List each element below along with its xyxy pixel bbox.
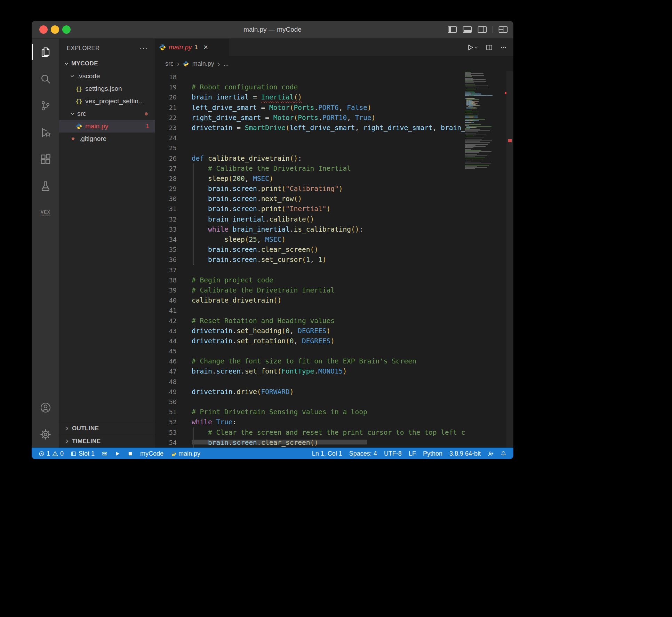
- customize-layout[interactable]: [498, 26, 508, 33]
- status-project-name[interactable]: myCode: [137, 448, 167, 459]
- code-line-38[interactable]: 38# Begin project code: [155, 275, 465, 285]
- status-eol[interactable]: LF: [405, 448, 419, 459]
- status-active-file[interactable]: main.py: [167, 448, 204, 459]
- code-line-52[interactable]: 52while True:: [155, 417, 465, 427]
- code-line-25[interactable]: 25: [155, 143, 465, 153]
- toggle-panel[interactable]: [463, 26, 472, 33]
- activity-vex[interactable]: VEXROBOTICS: [32, 199, 59, 226]
- line-number[interactable]: 36: [155, 255, 177, 265]
- code-line-44[interactable]: 44drivetrain.set_rotation(0, DEGREES): [155, 336, 465, 346]
- code-line-24[interactable]: 24: [155, 133, 465, 143]
- line-number[interactable]: 40: [155, 295, 177, 305]
- minimap[interactable]: [465, 72, 506, 170]
- code-line-20[interactable]: 20brain_inertial = Inertial(): [155, 92, 465, 102]
- code-line-50[interactable]: 50: [155, 397, 465, 407]
- editor-action-run-python-file[interactable]: [466, 44, 479, 51]
- code-line-21[interactable]: 21left_drive_smart = Motor(Ports.PORT6, …: [155, 103, 465, 113]
- toggle-primary-sidebar[interactable]: [448, 26, 457, 33]
- code-line-46[interactable]: 46# Change the font size to fit on the E…: [155, 356, 465, 366]
- code-line-39[interactable]: 39# Calibrate the Drivetrain Inertial: [155, 285, 465, 295]
- tab-main-py[interactable]: main.py 1 ×: [155, 39, 229, 56]
- line-number[interactable]: 52: [155, 417, 177, 427]
- code-line-37[interactable]: 37: [155, 265, 465, 275]
- breadcrumb-src[interactable]: src: [165, 60, 174, 67]
- breadcrumb-more[interactable]: ...: [223, 60, 229, 67]
- status-vex-brain[interactable]: [98, 448, 111, 459]
- code-line-26[interactable]: 26def calibrate_drivetrain():: [155, 153, 465, 163]
- code-line-34[interactable]: 34 sleep(25, MSEC): [155, 234, 465, 245]
- activity-source-control[interactable]: [32, 92, 59, 119]
- line-number[interactable]: 26: [155, 153, 177, 163]
- minimize-button[interactable]: [51, 25, 59, 34]
- status-language[interactable]: Python: [419, 448, 446, 459]
- line-number[interactable]: 29: [155, 184, 177, 194]
- line-number[interactable]: 51: [155, 407, 177, 417]
- zoom-button[interactable]: [62, 25, 71, 34]
- tree-item-file-settings-json[interactable]: {}settings.json: [59, 82, 155, 95]
- code-line-27[interactable]: 27 # Calibrate the Drivetrain Inertial: [155, 163, 465, 174]
- line-number[interactable]: 54: [155, 438, 177, 448]
- line-number[interactable]: 20: [155, 92, 177, 102]
- status-problems[interactable]: 10: [35, 448, 67, 459]
- outline-section[interactable]: OUTLINE: [59, 422, 155, 435]
- tree-item-file-vex-project-settings[interactable]: {}vex_project_settin...: [59, 95, 155, 107]
- code-line-36[interactable]: 36 brain.screen.set_cursor(1, 1): [155, 255, 465, 265]
- line-number[interactable]: 32: [155, 214, 177, 224]
- activity-accounts[interactable]: [32, 394, 59, 421]
- line-number[interactable]: 46: [155, 356, 177, 366]
- line-number[interactable]: 48: [155, 377, 177, 387]
- more-actions-icon[interactable]: ···: [139, 44, 148, 52]
- line-number[interactable]: 30: [155, 194, 177, 204]
- tree-item-file-main-py[interactable]: main.py1: [59, 120, 155, 133]
- timeline-section[interactable]: TIMELINE: [59, 435, 155, 448]
- line-number[interactable]: 19: [155, 82, 177, 92]
- status-encoding[interactable]: UTF-8: [381, 448, 405, 459]
- line-number[interactable]: 44: [155, 336, 177, 346]
- status-interpreter[interactable]: 3.8.9 64-bit: [446, 448, 484, 459]
- line-number[interactable]: 34: [155, 234, 177, 245]
- line-number[interactable]: 25: [155, 143, 177, 153]
- close-button[interactable]: [39, 25, 48, 34]
- line-number[interactable]: 27: [155, 163, 177, 174]
- toggle-secondary-sidebar[interactable]: [478, 26, 487, 33]
- horizontal-scrollbar[interactable]: [192, 440, 367, 444]
- line-number[interactable]: 50: [155, 397, 177, 407]
- code-line-53[interactable]: 53 # Clear the screen and reset the prin…: [155, 427, 465, 438]
- line-number[interactable]: 28: [155, 174, 177, 184]
- line-number[interactable]: 35: [155, 245, 177, 255]
- activity-testing[interactable]: [32, 173, 59, 199]
- code-line-19[interactable]: 19# Robot configuration code: [155, 82, 465, 92]
- tree-item-folder-vscode[interactable]: .vscode: [59, 70, 155, 82]
- code-line-47[interactable]: 47brain.screen.set_font(FontType.MONO15): [155, 366, 465, 376]
- breadcrumb-main-py[interactable]: main.py: [192, 60, 214, 67]
- line-number[interactable]: 31: [155, 204, 177, 214]
- activity-extensions[interactable]: [32, 146, 59, 173]
- code-line-23[interactable]: 23drivetrain = SmartDrive(left_drive_sma…: [155, 123, 465, 133]
- close-icon[interactable]: ×: [203, 44, 208, 51]
- line-number[interactable]: 47: [155, 366, 177, 376]
- editor-action-more-actions[interactable]: [500, 44, 507, 51]
- code-line-45[interactable]: 45: [155, 346, 465, 356]
- tree-item-folder-src[interactable]: src: [59, 107, 155, 120]
- line-number[interactable]: 49: [155, 387, 177, 397]
- line-number[interactable]: 23: [155, 123, 177, 133]
- code-line-30[interactable]: 30 brain.screen.next_row(): [155, 194, 465, 204]
- code-line-22[interactable]: 22right_drive_smart = Motor(Ports.PORT10…: [155, 113, 465, 123]
- code-line-35[interactable]: 35 brain.screen.clear_screen(): [155, 245, 465, 255]
- code-line-43[interactable]: 43drivetrain.set_heading(0, DEGREES): [155, 326, 465, 336]
- status-vex-slot[interactable]: Slot 1: [67, 448, 98, 459]
- line-number[interactable]: 39: [155, 285, 177, 295]
- line-number[interactable]: 33: [155, 224, 177, 234]
- line-number[interactable]: 21: [155, 103, 177, 113]
- line-number[interactable]: 18: [155, 72, 177, 82]
- line-number[interactable]: 45: [155, 346, 177, 356]
- line-number[interactable]: 42: [155, 316, 177, 326]
- status-feedback[interactable]: [484, 448, 497, 459]
- line-number[interactable]: 22: [155, 113, 177, 123]
- code-line-42[interactable]: 42# Reset Rotation and Heading values: [155, 316, 465, 326]
- status-vex-stop[interactable]: [124, 448, 137, 459]
- line-number[interactable]: 53: [155, 427, 177, 438]
- tree-item-workspace-root[interactable]: MYCODE: [59, 57, 155, 70]
- tree-item-file-gitignore[interactable]: .gitignore: [59, 133, 155, 145]
- code-line-32[interactable]: 32 brain_inertial.calibrate(): [155, 214, 465, 224]
